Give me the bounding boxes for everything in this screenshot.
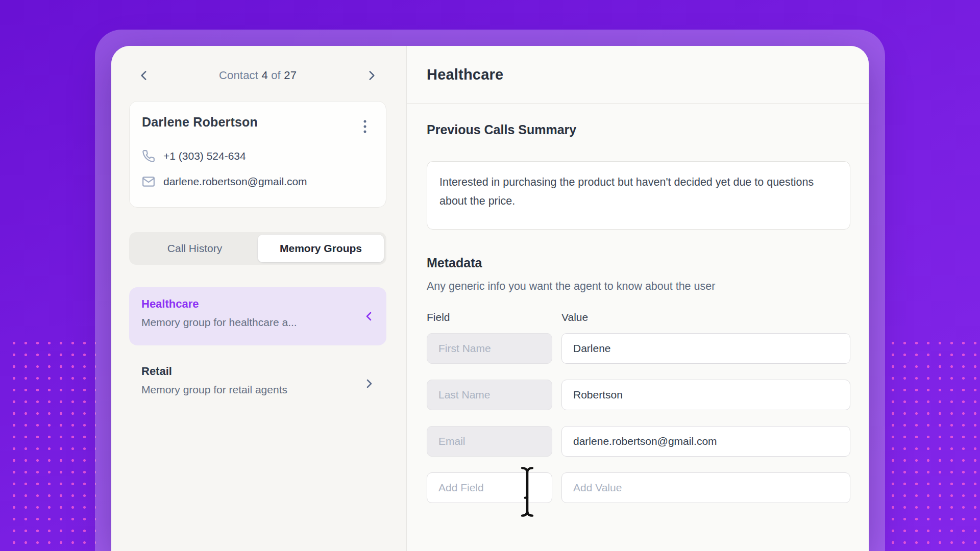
value-input-last-name[interactable] (561, 380, 850, 410)
detail-title: Healthcare (427, 66, 503, 83)
contact-pager-label: Contact 4 of 27 (219, 69, 297, 82)
contact-card: Darlene Robertson +1 (303) 524-634 (129, 101, 386, 208)
memory-group-healthcare[interactable]: Healthcare Memory group for healthcare a… (129, 287, 386, 345)
field-column-label: Field (427, 311, 450, 323)
contact-phone-row: +1 (303) 524-634 (142, 149, 374, 163)
detail-header: Healthcare (407, 46, 869, 104)
contact-pager: Contact 4 of 27 (129, 61, 386, 90)
phone-icon (142, 149, 155, 163)
summary-text: Interested in purchasing the product but… (439, 176, 814, 207)
contact-name: Darlene Robertson (142, 115, 258, 130)
value-input-email[interactable] (561, 426, 850, 457)
sidebar-tabs: Call History Memory Groups (129, 232, 386, 265)
text-cursor-icon (517, 465, 537, 520)
memory-group-description: Memory group for retail agents (141, 384, 374, 396)
summary-box[interactable]: Interested in purchasing the product but… (427, 161, 850, 230)
memory-group-title: Healthcare (141, 297, 374, 311)
contact-menu-button[interactable] (356, 116, 374, 137)
memory-group-retail[interactable]: Retail Memory group for retail agents (129, 355, 386, 413)
tab-call-history[interactable]: Call History (132, 235, 258, 262)
chevron-right-icon (365, 69, 378, 82)
sidebar: Contact 4 of 27 Darlene Robertson (111, 46, 407, 551)
next-contact-button[interactable] (362, 66, 381, 85)
mail-icon (142, 175, 155, 188)
value-input-first-name[interactable] (561, 333, 850, 364)
add-value-input[interactable] (561, 472, 850, 503)
summary-heading: Previous Calls Summary (427, 122, 576, 137)
chevron-right-icon (363, 378, 375, 390)
field-input-last-name[interactable] (427, 380, 552, 410)
contact-email: darlene.robertson@gmail.com (163, 176, 307, 188)
contact-phone: +1 (303) 524-634 (163, 150, 246, 162)
chevron-left-icon (363, 310, 375, 322)
tab-memory-groups[interactable]: Memory Groups (258, 235, 384, 262)
previous-contact-button[interactable] (134, 66, 154, 85)
field-input-email[interactable] (427, 426, 552, 457)
pager-total: 27 (284, 69, 297, 82)
chevron-left-icon (137, 69, 151, 82)
pager-prefix: Contact (219, 69, 258, 82)
value-column-label: Value (561, 311, 588, 323)
detail-panel: Healthcare Previous Calls Summary Intere… (407, 46, 869, 551)
contact-email-row: darlene.robertson@gmail.com (142, 175, 374, 188)
pager-separator: of (271, 69, 281, 82)
memory-group-description: Memory group for healthcare a... (141, 316, 374, 329)
app-window-glow: Contact 4 of 27 Darlene Robertson (95, 30, 885, 551)
pager-current: 4 (261, 69, 267, 82)
field-input-first-name[interactable] (427, 333, 552, 364)
kebab-menu-icon (359, 119, 371, 134)
metadata-subheading: Any generic info you want the agent to k… (427, 280, 715, 293)
app-window: Contact 4 of 27 Darlene Robertson (111, 46, 869, 551)
decorative-dots-left (5, 334, 96, 551)
memory-group-title: Retail (141, 365, 374, 378)
decorative-dots-right (884, 334, 980, 551)
metadata-heading: Metadata (427, 256, 482, 270)
